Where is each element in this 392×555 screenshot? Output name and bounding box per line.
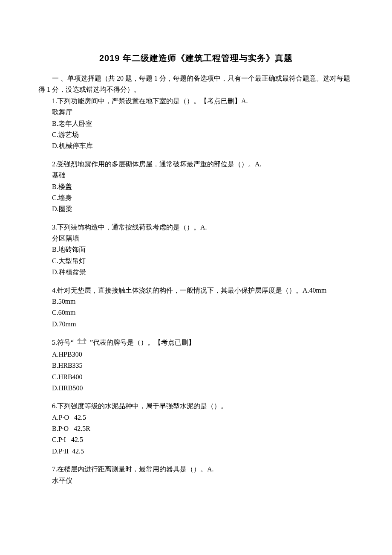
question-5: 5.符号“ ”代表的牌号是（）。【考点已删】 A.HPB300 B.HRB335… <box>38 337 354 394</box>
q2-option-d: D.圈梁 <box>38 203 354 215</box>
rebar-symbol-icon <box>76 337 87 349</box>
q3-option-c: C.大型吊灯 <box>38 256 354 267</box>
q2-option-a: 基础 <box>38 170 354 181</box>
q1-option-b: B.老年人卧室 <box>38 118 354 129</box>
question-6: 6.下列强度等级的水泥品种中，属于早强型水泥的是（）。 A.P·O 42.5 B… <box>38 401 354 457</box>
q3-stem: 3.下列装饰构造中，通常按线荷载考虑的是（）。A. <box>38 222 354 233</box>
section-intro: 一 、单项选择题（共 20 题，每题 1 分，每题的备选项中，只有一个最正确或最… <box>38 73 354 96</box>
q3-option-a: 分区隔墙 <box>38 233 354 244</box>
q6-stem: 6.下列强度等级的水泥品种中，属于早强型水泥的是（）。 <box>38 401 354 412</box>
q5-option-a: A.HPB300 <box>38 349 354 360</box>
question-7: 7.在楼层内进行距离测量时，最常用的器具是（）。A. 水平仪 <box>38 464 354 486</box>
q3-option-d: D.种植盆景 <box>38 267 354 278</box>
q4-option-b: B.50mm <box>38 296 354 307</box>
question-4: 4.针对无垫层，直接接触土体浇筑的构件，一般情况下，其最小保护层厚度是（）。A.… <box>38 285 354 330</box>
q5-suffix: ”代表的牌号是（）。【考点已删】 <box>90 337 195 348</box>
q2-option-c: C.墙身 <box>38 192 354 203</box>
question-2: 2.受强烈地震作用的多层砌体房屋，通常破坏最严重的部位是（）。A. 基础 B.楼… <box>38 159 354 215</box>
question-3: 3.下列装饰构造中，通常按线荷载考虑的是（）。A. 分区隔墙 B.地砖饰面 C.… <box>38 222 354 278</box>
q5-option-d: D.HRB500 <box>38 383 354 394</box>
q5-prefix: 5.符号“ <box>52 337 74 348</box>
document-title: 2019 年二级建造师《建筑工程管理与实务》真题 <box>38 51 354 65</box>
q1-option-d: D.机械停车库 <box>38 140 354 151</box>
q4-stem: 4.针对无垫层，直接接触土体浇筑的构件，一般情况下，其最小保护层厚度是（）。A.… <box>38 285 354 296</box>
q7-option-a: 水平仪 <box>38 475 354 486</box>
q5-stem-line: 5.符号“ ”代表的牌号是（）。【考点已删】 <box>38 337 354 349</box>
q5-option-c: C.HRB400 <box>38 372 354 383</box>
q2-option-b: B.楼盖 <box>38 181 354 192</box>
q4-option-c: C.60mm <box>38 307 354 318</box>
q6-option-a: A.P·O 42.5 <box>38 412 354 423</box>
q1-option-c: C.游艺场 <box>38 129 354 140</box>
q1-stem: 1.下列功能房间中，严禁设置在地下室的是（）。【考点已删】A. <box>38 96 354 107</box>
page: 2019 年二级建造师《建筑工程管理与实务》真题 一 、单项选择题（共 20 题… <box>0 0 392 536</box>
q1-option-a: 歌舞厅 <box>38 107 354 118</box>
question-1: 1.下列功能房间中，严禁设置在地下室的是（）。【考点已删】A. 歌舞厅 B.老年… <box>38 96 354 152</box>
q6-option-d: D.P·II 42.5 <box>38 446 354 457</box>
q4-option-d: D.70mm <box>38 319 354 330</box>
q7-stem: 7.在楼层内进行距离测量时，最常用的器具是（）。A. <box>38 464 354 475</box>
q6-option-c: C.P·I 42.5 <box>38 434 354 445</box>
q6-option-b: B.P·O 42.5R <box>38 423 354 434</box>
q3-option-b: B.地砖饰面 <box>38 244 354 255</box>
q2-stem: 2.受强烈地震作用的多层砌体房屋，通常破坏最严重的部位是（）。A. <box>38 159 354 170</box>
q5-option-b: B.HRB335 <box>38 360 354 371</box>
